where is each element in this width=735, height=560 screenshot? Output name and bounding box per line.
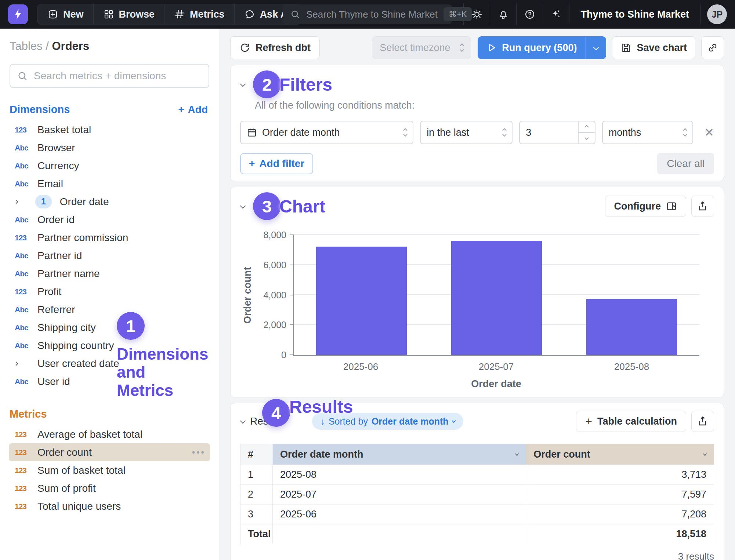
sidebar-item-sum-of-basket-total[interactable]: 123Sum of basket total <box>9 461 210 479</box>
clear-all-filters-button[interactable]: Clear all <box>657 153 714 174</box>
metrics-list: 123Average of basket total123Order count… <box>0 425 219 515</box>
bar-2025-08[interactable] <box>586 299 677 355</box>
chart-bars <box>294 235 699 355</box>
x-tick-text: 2025-07 <box>479 361 514 372</box>
item-options-icon[interactable]: ••• <box>192 447 206 458</box>
dimensions-header-label: Dimensions <box>10 103 70 116</box>
global-search[interactable]: Search Thyme to Shine Market ⌘+K <box>283 4 452 24</box>
column-header-order-date-month[interactable]: Order date month <box>273 444 526 465</box>
collapse-results-chevron-icon[interactable] <box>241 419 245 423</box>
chart-bar-slot <box>564 235 699 355</box>
sidebar-item-user-created-date[interactable]: User created date <box>9 354 210 372</box>
nav-item-metrics[interactable]: Metrics <box>164 4 235 25</box>
collapse-filters-chevron-icon[interactable] <box>241 83 245 87</box>
filter-operator-select[interactable]: in the last <box>420 121 513 144</box>
timezone-select[interactable]: Select timezone <box>372 36 471 59</box>
number-stepper[interactable] <box>578 121 595 143</box>
annotation-4-badge: 4 <box>262 399 290 427</box>
breadcrumb-tables[interactable]: Tables <box>10 40 43 52</box>
grid-icon <box>103 9 114 20</box>
bar-2025-06[interactable] <box>316 247 407 355</box>
calendar-icon <box>247 127 257 138</box>
run-query-button[interactable]: Run query (500) <box>478 36 606 59</box>
nav-item-label: Metrics <box>190 9 225 20</box>
top-navigation-bar: NewBrowseMetricsAsk AI Search Thyme to S… <box>0 0 735 29</box>
bell-icon <box>498 9 509 20</box>
sidebar-item-total-unique-users[interactable]: 123Total unique users <box>9 497 210 515</box>
run-query-main[interactable]: Run query (500) <box>478 42 586 54</box>
sidebar-item-referrer[interactable]: AbcReferrer <box>9 301 210 319</box>
help-button[interactable] <box>517 4 543 25</box>
column-header-index[interactable]: # <box>240 444 273 465</box>
sidebar-item-currency[interactable]: AbcCurrency <box>9 157 210 175</box>
filter-rule-row: Order date month in the last 3 months <box>240 121 714 144</box>
run-query-dropdown-button[interactable] <box>586 36 606 59</box>
x-axis-tick-label: 2025-06 <box>293 361 428 372</box>
select-chevrons-icon <box>404 129 407 137</box>
sidebar-item-label: Total unique users <box>37 501 121 512</box>
org-switcher-button[interactable]: Thyme to Shine Market <box>569 4 700 25</box>
sidebar-item-average-of-basket-total[interactable]: 123Average of basket total <box>9 425 210 443</box>
filter-unit-select[interactable]: months <box>602 121 693 144</box>
sidebar-item-shipping-city[interactable]: AbcShipping city <box>9 319 210 337</box>
sidebar-item-sum-of-profit[interactable]: 123Sum of profit <box>9 479 210 497</box>
refresh-dbt-button[interactable]: Refresh dbt <box>230 36 320 59</box>
filter-field-select[interactable]: Order date month <box>240 121 413 144</box>
breadcrumb-current: Orders <box>52 40 89 52</box>
sidebar-item-email[interactable]: AbcEmail <box>9 175 210 193</box>
link-icon <box>707 42 718 53</box>
column-header-order-count[interactable]: Order count <box>526 444 714 465</box>
sidebar-item-partner-commission[interactable]: 123Partner commission <box>9 229 210 247</box>
sidebar-item-order-date[interactable]: 1Order date <box>9 193 210 211</box>
y-axis-tick-label: 8,000 <box>263 230 286 240</box>
save-icon <box>620 42 631 53</box>
sidebar-item-order-count[interactable]: 123Order count••• <box>9 443 210 461</box>
remove-filter-button[interactable]: ✕ <box>704 126 714 139</box>
share-link-button[interactable] <box>701 36 724 59</box>
numeric-field-icon: 123 <box>15 502 33 511</box>
stepper-up-icon[interactable] <box>579 121 595 133</box>
share-export-icon <box>697 416 708 427</box>
app-logo[interactable] <box>8 4 28 24</box>
save-chart-button[interactable]: Save chart <box>612 36 695 59</box>
collapse-chart-chevron-icon[interactable] <box>241 204 245 208</box>
y-axis-tick-label: 2,000 <box>263 320 286 330</box>
bar-2025-07[interactable] <box>451 241 542 355</box>
breadcrumb-separator: / <box>46 40 49 52</box>
sidebar-item-label: Order date <box>60 196 109 208</box>
configure-chart-button[interactable]: Configure <box>605 196 687 217</box>
sidebar-item-browser[interactable]: AbcBrowser <box>9 139 210 157</box>
sparkles-button[interactable] <box>543 4 569 25</box>
add-dimension-button[interactable]: +Add <box>178 104 208 116</box>
sidebar-item-label: Referrer <box>37 304 75 316</box>
plus-icon: + <box>178 104 184 116</box>
results-table-body: 12025-083,71322025-077,59732025-067,208 <box>240 465 714 524</box>
sidebar-item-partner-id[interactable]: AbcPartner id <box>9 247 210 265</box>
filter-value-input[interactable]: 3 <box>519 121 595 144</box>
user-avatar[interactable]: JP <box>707 4 727 24</box>
export-chart-button[interactable] <box>691 196 714 217</box>
select-chevrons-icon <box>503 129 506 137</box>
metrics-header-label: Metrics <box>10 408 47 420</box>
annotation-3-badge: 3 <box>253 192 281 220</box>
table-calculation-button[interactable]: + Table calculation <box>576 411 686 432</box>
expand-chevron-icon <box>15 362 33 365</box>
sidebar-item-basket-total[interactable]: 123Basket total <box>9 121 210 139</box>
annotation-2-badge: 2 <box>253 70 281 98</box>
sidebar-item-user-id[interactable]: AbcUser id <box>9 372 210 390</box>
nav-item-browse[interactable]: Browse <box>94 4 165 25</box>
sidebar-item-partner-name[interactable]: AbcPartner name <box>9 265 210 283</box>
export-results-button[interactable] <box>691 411 714 432</box>
sidebar-item-order-id[interactable]: AbcOrder id <box>9 211 210 229</box>
add-filter-button[interactable]: + Add filter <box>240 153 313 174</box>
y-axis-tick-mark <box>290 265 294 265</box>
sidebar-item-label: Profit <box>37 286 61 298</box>
sidebar-search-input[interactable]: Search metrics + dimensions <box>10 64 209 88</box>
results-annotation-title: Results <box>289 397 353 417</box>
bell-button[interactable] <box>490 4 517 25</box>
nav-item-new[interactable]: New <box>38 4 94 25</box>
sidebar-item-shipping-country[interactable]: AbcShipping country <box>9 337 210 354</box>
breadcrumb: Tables / Orders <box>0 40 219 53</box>
sidebar-item-profit[interactable]: 123Profit <box>9 283 210 301</box>
stepper-down-icon[interactable] <box>579 133 595 143</box>
